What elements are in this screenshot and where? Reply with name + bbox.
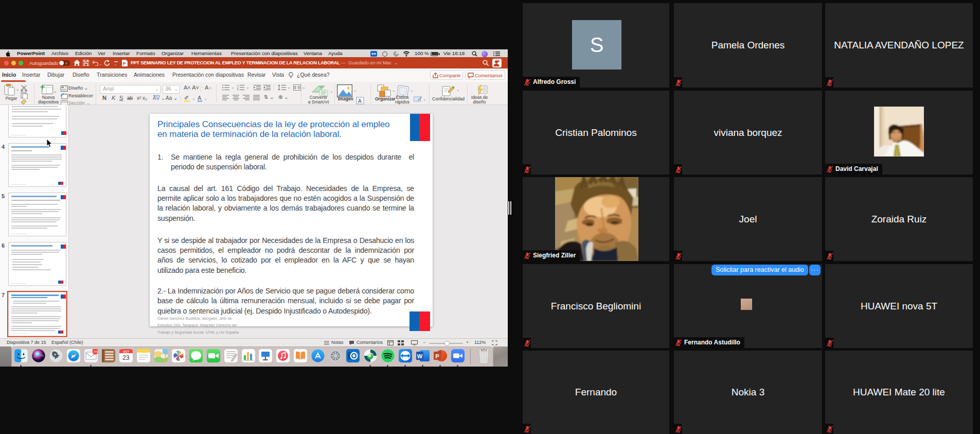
- svg-text:P: P: [435, 353, 439, 359]
- svg-text:W: W: [417, 353, 423, 359]
- svg-text:3: 3: [237, 89, 239, 91]
- svg-text:3.058: 3.058: [91, 350, 98, 353]
- svg-text:P: P: [123, 61, 126, 66]
- svg-text:A: A: [358, 98, 362, 104]
- svg-text:23: 23: [122, 354, 130, 361]
- svg-text:OCT: OCT: [123, 350, 129, 353]
